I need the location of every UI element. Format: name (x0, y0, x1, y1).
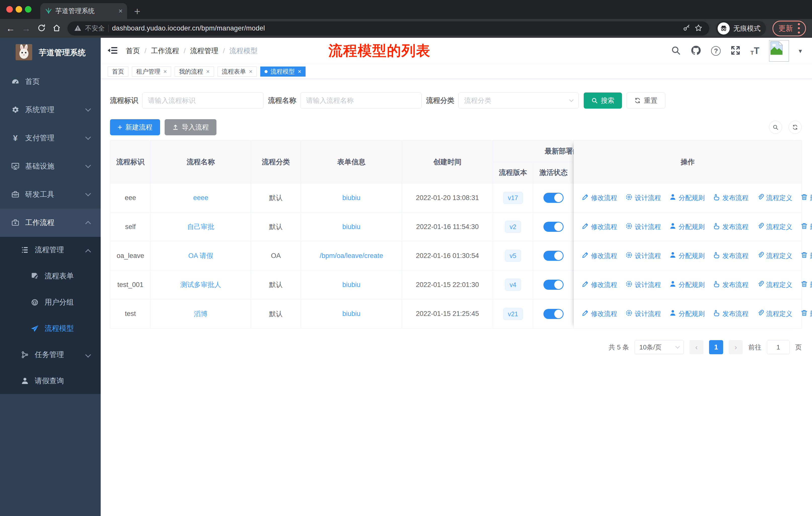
breadcrumb-item[interactable]: 首页 (126, 46, 140, 56)
action-删除[interactable]: 删除 (801, 309, 812, 319)
action-设计流程[interactable]: 设计流程 (625, 251, 661, 261)
action-发布流程[interactable]: 发布流程 (713, 222, 749, 232)
action-删除[interactable]: 删除 (801, 280, 812, 290)
browser-menu-icon[interactable]: ••• (798, 22, 800, 35)
key-icon[interactable] (683, 24, 691, 33)
show-search-button[interactable] (769, 121, 782, 134)
action-流程定义[interactable]: 流程定义 (757, 251, 792, 261)
process-name-link[interactable]: 测试多审批人 (180, 280, 221, 289)
tag-首页[interactable]: 首页 (108, 66, 128, 77)
prev-page-button[interactable]: ‹ (689, 340, 703, 354)
reset-button[interactable]: 重置 (627, 92, 665, 109)
search-button[interactable]: 搜索 (584, 92, 622, 109)
action-修改流程[interactable]: 修改流程 (581, 193, 617, 202)
action-修改流程[interactable]: 修改流程 (581, 309, 617, 319)
process-name-link[interactable]: 自己审批 (187, 222, 214, 231)
action-发布流程[interactable]: 发布流程 (713, 280, 749, 290)
url-text[interactable]: dashboard.yudao.iocoder.cn/bpm/manager/m… (112, 24, 679, 32)
process-name-link[interactable]: OA 请假 (188, 251, 213, 260)
active-toggle[interactable] (544, 193, 563, 203)
sidebar-item-工作流程[interactable]: 工作流程 (0, 209, 101, 237)
window-controls[interactable] (6, 6, 31, 12)
sidebar-item-任务管理[interactable]: 任务管理 (0, 342, 101, 368)
sidebar-item-流程模型[interactable]: 流程模型 (0, 316, 101, 342)
sidebar-item-首页[interactable]: 首页 (0, 67, 101, 96)
goto-page-input[interactable] (767, 340, 790, 354)
new-tab-button[interactable]: + (134, 6, 141, 17)
import-process-button[interactable]: 导入流程 (165, 119, 216, 135)
action-发布流程[interactable]: 发布流程 (713, 251, 749, 261)
sidebar-item-流程表单[interactable]: 流程表单 (0, 263, 101, 289)
collapse-sidebar-icon[interactable] (107, 45, 118, 57)
sidebar-item-系统管理[interactable]: 系统管理 (0, 96, 101, 124)
browser-update-button[interactable]: 更新 ••• (773, 21, 806, 36)
reload-icon[interactable] (37, 24, 46, 33)
close-icon[interactable]: × (163, 69, 167, 75)
close-window-button[interactable] (6, 6, 13, 12)
home-icon[interactable] (52, 24, 61, 33)
back-icon[interactable]: ← (6, 24, 15, 33)
minimize-window-button[interactable] (16, 6, 22, 12)
tab-close-icon[interactable]: × (119, 7, 123, 15)
form-info-link[interactable]: /bpm/oa/leave/create (320, 252, 383, 260)
action-发布流程[interactable]: 发布流程 (713, 309, 749, 319)
forward-icon[interactable]: → (22, 24, 31, 33)
form-info-link[interactable]: biubiu (342, 281, 360, 289)
page-size-select[interactable]: 10条/页 (635, 340, 684, 354)
action-设计流程[interactable]: 设计流程 (625, 280, 661, 290)
avatar[interactable] (769, 40, 789, 62)
action-设计流程[interactable]: 设计流程 (625, 193, 661, 202)
action-删除[interactable]: 删除 (801, 222, 812, 232)
action-删除[interactable]: 删除 (801, 251, 812, 261)
action-发布流程[interactable]: 发布流程 (713, 193, 749, 202)
active-toggle[interactable] (544, 309, 563, 319)
close-icon[interactable]: × (298, 69, 301, 75)
action-修改流程[interactable]: 修改流程 (581, 222, 617, 232)
sidebar-item-基础设施[interactable]: 基础设施 (0, 152, 101, 181)
action-分配规则[interactable]: 分配规则 (669, 280, 705, 290)
process-name-link[interactable]: 滔博 (194, 309, 208, 319)
zoom-window-button[interactable] (25, 6, 31, 12)
breadcrumb-item[interactable]: 工作流程 (151, 46, 179, 56)
search-icon[interactable] (671, 45, 681, 56)
github-icon[interactable] (690, 45, 701, 57)
tag-流程模型[interactable]: 流程模型× (260, 66, 306, 77)
action-分配规则[interactable]: 分配规则 (669, 193, 705, 202)
action-流程定义[interactable]: 流程定义 (757, 280, 792, 290)
bookmark-star-icon[interactable] (694, 24, 703, 33)
action-流程定义[interactable]: 流程定义 (757, 222, 792, 232)
address-bar[interactable]: 不安全 dashboard.yudao.iocoder.cn/bpm/manag… (67, 21, 709, 35)
close-icon[interactable]: × (206, 69, 210, 75)
process-name-link[interactable]: eeee (193, 194, 208, 202)
refresh-button[interactable] (789, 121, 802, 134)
action-分配规则[interactable]: 分配规则 (669, 309, 705, 319)
close-icon[interactable]: × (249, 69, 253, 75)
action-修改流程[interactable]: 修改流程 (581, 280, 617, 290)
action-流程定义[interactable]: 流程定义 (757, 193, 792, 202)
form-info-link[interactable]: biubiu (342, 223, 360, 231)
action-分配规则[interactable]: 分配规则 (669, 251, 705, 261)
process-category-select[interactable]: 流程分类 (458, 92, 579, 109)
sidebar-item-流程管理[interactable]: 流程管理 (0, 237, 101, 263)
breadcrumb-item[interactable]: 流程管理 (190, 46, 219, 56)
action-分配规则[interactable]: 分配规则 (669, 222, 705, 232)
action-删除[interactable]: 删除 (801, 193, 812, 202)
sidebar-item-用户分组[interactable]: 用户分组 (0, 289, 101, 316)
active-toggle[interactable] (544, 251, 563, 261)
tag-我的流程[interactable]: 我的流程× (175, 66, 214, 77)
active-toggle[interactable] (544, 280, 563, 290)
font-size-icon[interactable]: TT (750, 46, 759, 56)
form-info-link[interactable]: biubiu (342, 194, 360, 202)
update-label[interactable]: 更新 (778, 23, 793, 33)
security-label[interactable]: 不安全 (85, 24, 105, 33)
form-info-link[interactable]: biubiu (342, 310, 360, 318)
active-toggle[interactable] (544, 222, 563, 232)
action-修改流程[interactable]: 修改流程 (581, 251, 617, 261)
process-name-input[interactable] (300, 92, 422, 109)
sidebar-item-请假查询[interactable]: 请假查询 (0, 368, 101, 394)
avatar-caret-icon[interactable]: ▾ (799, 47, 802, 55)
help-icon[interactable]: ? (711, 46, 721, 56)
browser-tab[interactable]: 芋道管理系统 × (40, 3, 127, 19)
sidebar-item-研发工具[interactable]: 研发工具 (0, 181, 101, 209)
action-设计流程[interactable]: 设计流程 (625, 309, 661, 319)
